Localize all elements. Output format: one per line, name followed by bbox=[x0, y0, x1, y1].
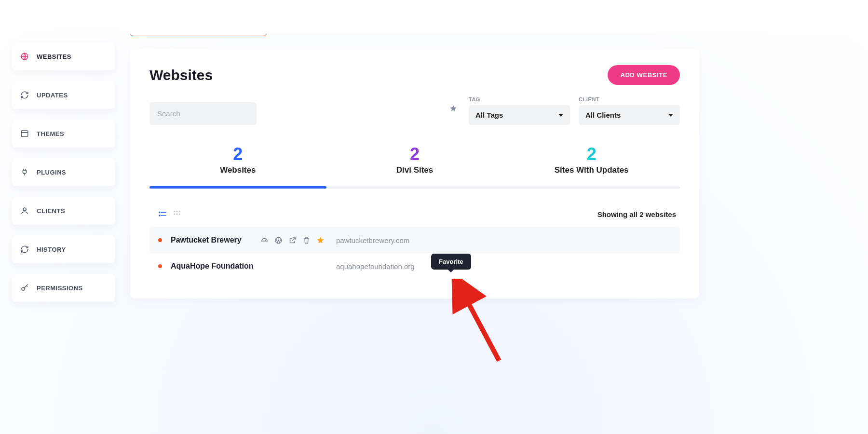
stat-value: 2 bbox=[326, 144, 503, 164]
stat-value: 2 bbox=[503, 144, 680, 164]
add-website-button[interactable]: ADD WEBSITE bbox=[608, 65, 680, 85]
dashboard-icon[interactable] bbox=[260, 236, 269, 244]
svg-rect-1 bbox=[21, 131, 28, 136]
sidebar-item-websites[interactable]: WEBSITES bbox=[12, 42, 115, 70]
sidebar-item-updates[interactable]: UPDATES bbox=[12, 81, 115, 109]
site-name: Pawtucket Brewery bbox=[171, 236, 258, 244]
site-name: AquaHope Foundation bbox=[171, 262, 258, 271]
sidebar-item-label: PERMISSIONS bbox=[37, 285, 83, 292]
tooltip-label: Favorite bbox=[439, 258, 463, 265]
stat-label: Websites bbox=[149, 165, 326, 175]
site-url: pawtucketbrewery.com bbox=[336, 236, 409, 244]
tag-filter-label: TAG bbox=[469, 96, 570, 102]
sidebar-item-plugins[interactable]: PLUGINS bbox=[12, 158, 115, 186]
external-link-icon[interactable] bbox=[288, 236, 297, 244]
alert-crop-mask bbox=[121, 9, 868, 34]
svg-point-3 bbox=[22, 287, 25, 290]
svg-rect-11 bbox=[179, 211, 180, 212]
star-icon[interactable] bbox=[316, 236, 325, 244]
sidebar: WEBSITES UPDATES THEMES PLUGINS CLIENTS bbox=[12, 42, 115, 302]
client-select[interactable]: All Clients bbox=[579, 105, 680, 125]
svg-point-2 bbox=[23, 208, 26, 211]
sidebar-item-label: THEMES bbox=[37, 130, 64, 137]
client-filter-label: CLIENT bbox=[579, 96, 680, 102]
sidebar-item-permissions[interactable]: PERMISSIONS bbox=[12, 274, 115, 302]
sidebar-item-history[interactable]: HISTORY bbox=[12, 235, 115, 263]
sidebar-item-label: HISTORY bbox=[37, 246, 66, 253]
svg-rect-5 bbox=[159, 212, 161, 213]
svg-rect-12 bbox=[174, 214, 175, 215]
svg-rect-8 bbox=[161, 215, 166, 216]
site-url: aquahopefoundation.org bbox=[336, 262, 415, 271]
view-toggle-group bbox=[158, 210, 181, 218]
status-dot-icon bbox=[158, 264, 162, 268]
svg-rect-6 bbox=[161, 212, 166, 213]
sidebar-item-label: CLIENTS bbox=[37, 207, 65, 215]
tag-select[interactable]: All Tags bbox=[469, 105, 570, 125]
stat-websites[interactable]: 2 Websites bbox=[149, 144, 326, 187]
svg-rect-14 bbox=[179, 214, 180, 215]
stat-divi-sites[interactable]: 2 Divi Sites bbox=[326, 144, 503, 187]
card-header: Websites ADD WEBSITE bbox=[149, 65, 680, 85]
sidebar-item-themes[interactable]: THEMES bbox=[12, 120, 115, 148]
stats-tabs: 2 Websites 2 Divi Sites 2 Sites With Upd… bbox=[149, 144, 680, 189]
sidebar-item-label: WEBSITES bbox=[37, 53, 71, 60]
client-filter: CLIENT All Clients bbox=[579, 96, 680, 125]
stat-label: Divi Sites bbox=[326, 165, 503, 175]
plug-icon bbox=[20, 168, 29, 176]
key-icon bbox=[20, 284, 29, 292]
main-content: Enable TWO Factor Authentication Website… bbox=[130, 23, 699, 434]
star-filter-icon[interactable] bbox=[449, 105, 457, 112]
sidebar-item-clients[interactable]: CLIENTS bbox=[12, 197, 115, 225]
tag-filter: TAG All Tags bbox=[469, 96, 570, 125]
row-actions bbox=[260, 236, 325, 244]
svg-rect-13 bbox=[176, 214, 178, 215]
sidebar-item-label: UPDATES bbox=[37, 92, 68, 99]
active-tab-indicator bbox=[149, 186, 326, 189]
result-count: Showing all 2 websites bbox=[597, 210, 676, 218]
page-title: Websites bbox=[149, 67, 213, 83]
favorite-tooltip: Favorite bbox=[431, 254, 471, 270]
globe-icon bbox=[20, 52, 29, 61]
person-icon bbox=[20, 206, 29, 215]
grid-view-icon[interactable] bbox=[173, 210, 181, 218]
svg-line-16 bbox=[461, 288, 499, 361]
site-row[interactable]: AquaHope Foundation aquahopefoundation.o… bbox=[149, 253, 680, 279]
list-view-icon[interactable] bbox=[158, 210, 167, 218]
status-dot-icon bbox=[158, 238, 162, 242]
search-input[interactable] bbox=[149, 102, 257, 125]
filter-bar: TAG All Tags CLIENT All Clients bbox=[149, 96, 680, 125]
websites-card: Websites ADD WEBSITE TAG All Tags bbox=[130, 49, 699, 298]
svg-rect-9 bbox=[174, 211, 175, 212]
site-row[interactable]: Pawtucket Brewery pawtucketbrewery.com bbox=[149, 227, 680, 253]
wordpress-icon[interactable] bbox=[274, 236, 283, 244]
stat-sites-updates[interactable]: 2 Sites With Updates bbox=[503, 144, 680, 187]
refresh-icon bbox=[20, 245, 29, 254]
list-header: Showing all 2 websites bbox=[149, 210, 680, 218]
stat-label: Sites With Updates bbox=[503, 165, 680, 175]
refresh-icon bbox=[20, 91, 29, 99]
layout-icon bbox=[20, 129, 29, 138]
stat-value: 2 bbox=[149, 144, 326, 164]
trash-icon[interactable] bbox=[302, 236, 311, 244]
svg-rect-10 bbox=[176, 211, 178, 212]
sidebar-item-label: PLUGINS bbox=[37, 169, 66, 176]
svg-rect-7 bbox=[159, 215, 161, 217]
